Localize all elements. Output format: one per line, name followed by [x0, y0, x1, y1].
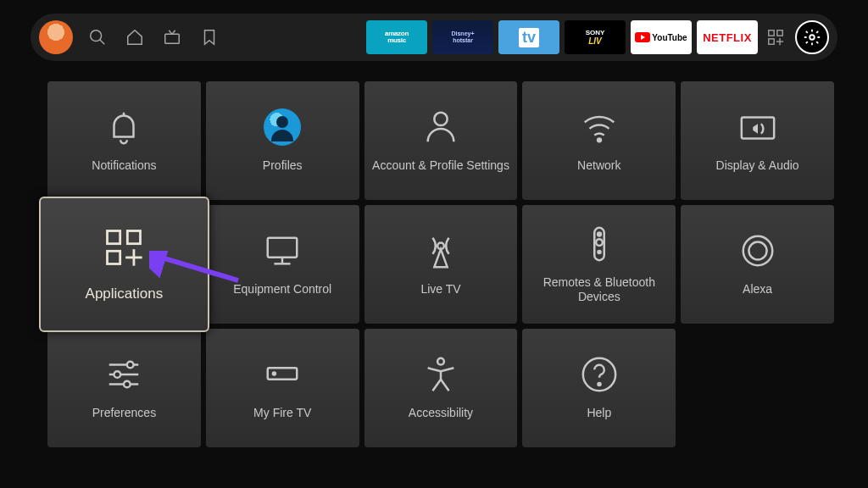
tile-label: Applications [86, 285, 164, 302]
svg-point-11 [598, 139, 601, 142]
tile-equipment[interactable]: Equipment Control [206, 205, 359, 324]
svg-rect-5 [769, 39, 774, 44]
sliders-icon [104, 355, 143, 394]
profile-icon [263, 108, 302, 147]
profile-avatar[interactable] [39, 20, 73, 54]
tile-label: My Fire TV [253, 406, 311, 421]
app-label: SONY [586, 29, 605, 36]
svg-rect-2 [165, 34, 180, 43]
tile-remotes[interactable]: Remotes & Bluetooth Devices [522, 205, 676, 324]
tile-help[interactable]: Help [522, 329, 676, 447]
svg-point-35 [273, 373, 275, 375]
tile-live-tv[interactable]: Live TV [364, 205, 518, 324]
tile-label: Remotes & Bluetooth Devices [529, 275, 669, 305]
app-label: hotstar [453, 37, 473, 44]
tile-label: Help [587, 406, 611, 421]
device-icon [263, 355, 302, 394]
accessibility-icon [421, 355, 460, 394]
topbar-right-icons [766, 20, 829, 54]
apps-grid-icon[interactable] [766, 28, 785, 47]
tile-label: Network [577, 158, 620, 174]
svg-point-31 [114, 371, 121, 378]
svg-line-1 [100, 40, 105, 45]
top-navigation-bar: amazon music Disney+ hotstar tv SONY LIV… [31, 14, 837, 61]
svg-rect-14 [128, 231, 141, 244]
tile-display-audio[interactable]: Display & Audio [681, 81, 834, 200]
tile-label: Display & Audio [716, 158, 799, 174]
app-amazon-music[interactable]: amazon music [366, 20, 427, 54]
help-icon [580, 355, 619, 394]
ring-icon [738, 231, 777, 270]
svg-point-33 [124, 381, 131, 388]
tile-applications[interactable]: Applications [39, 197, 209, 332]
tile-label: Account & Profile Settings [372, 158, 509, 174]
svg-rect-3 [769, 30, 774, 36]
svg-point-0 [91, 30, 102, 42]
person-icon [421, 108, 460, 147]
tile-myfiretv[interactable]: My Fire TV [206, 329, 359, 447]
tile-preferences[interactable]: Preferences [47, 329, 201, 447]
remote-icon [580, 225, 619, 263]
svg-rect-13 [108, 231, 120, 244]
tile-label: Equipment Control [233, 282, 331, 297]
screen-audio-icon [738, 108, 777, 147]
svg-point-24 [596, 239, 603, 246]
tile-alexa[interactable]: Alexa [681, 205, 834, 324]
app-label: tv [519, 28, 539, 47]
svg-rect-4 [777, 30, 782, 36]
bell-icon [104, 108, 143, 147]
nav-icon-row [88, 28, 219, 47]
search-icon[interactable] [88, 28, 107, 47]
app-tv[interactable]: tv [498, 20, 559, 54]
tile-network[interactable]: Network [522, 81, 676, 200]
tile-account[interactable]: Account & Profile Settings [364, 81, 518, 200]
app-netflix[interactable]: NETFLIX [697, 20, 758, 54]
settings-gear-icon[interactable] [795, 20, 829, 54]
svg-point-25 [598, 251, 600, 253]
app-label: LIV [588, 36, 602, 46]
svg-point-8 [810, 35, 815, 40]
app-sonyliv[interactable]: SONY LIV [565, 20, 626, 54]
app-label: NETFLIX [703, 31, 752, 44]
app-youtube[interactable]: YouTube [631, 20, 692, 54]
app-shortcut-row: amazon music Disney+ hotstar tv SONY LIV… [366, 20, 758, 54]
svg-rect-18 [268, 238, 298, 258]
svg-point-10 [434, 113, 447, 125]
svg-point-27 [748, 242, 766, 260]
bookmark-icon[interactable] [200, 28, 219, 47]
tile-label: Profiles [263, 158, 303, 174]
svg-point-26 [743, 236, 772, 266]
home-icon[interactable] [125, 28, 144, 47]
tile-notifications[interactable]: Notifications [47, 81, 201, 200]
tile-label: Notifications [92, 158, 156, 174]
svg-point-23 [598, 232, 601, 236]
svg-point-36 [437, 358, 444, 365]
app-hotstar[interactable]: Disney+ hotstar [432, 20, 493, 54]
tile-label: Accessibility [409, 406, 473, 421]
tile-profiles[interactable]: Profiles [206, 81, 359, 200]
tv-icon[interactable] [163, 28, 181, 47]
tile-accessibility[interactable]: Accessibility [364, 329, 518, 447]
app-label: music [387, 37, 406, 44]
svg-point-29 [127, 362, 134, 369]
app-label: Disney+ [451, 30, 474, 37]
monitor-icon [263, 231, 302, 270]
settings-grid: Notifications Profiles Account & Profile… [47, 81, 834, 447]
svg-rect-15 [108, 252, 120, 264]
tile-label: Live TV [420, 282, 460, 297]
youtube-play-icon [635, 32, 650, 42]
tile-label: Alexa [743, 282, 772, 297]
app-label: YouTube [652, 33, 687, 42]
svg-point-38 [598, 383, 600, 385]
apps-icon [102, 225, 146, 269]
antenna-icon [421, 231, 460, 270]
wifi-icon [580, 108, 619, 147]
tile-label: Preferences [92, 406, 156, 421]
